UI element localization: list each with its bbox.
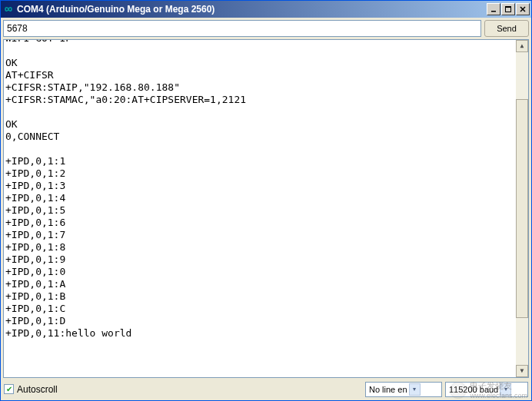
- arduino-infinity-icon: [2, 3, 15, 15]
- serial-input[interactable]: [3, 20, 481, 37]
- send-button[interactable]: Send: [484, 20, 529, 37]
- vertical-scrollbar[interactable]: ▲ ▼: [516, 40, 528, 377]
- line-ending-select[interactable]: No line en ▾: [365, 382, 442, 397]
- scroll-down-button[interactable]: ▼: [516, 365, 528, 377]
- footer-row: ✔ Autoscroll No line en ▾ 115200 baud ▾: [3, 378, 529, 398]
- baud-value: 115200 baud: [449, 385, 498, 394]
- scroll-up-button[interactable]: ▲: [516, 40, 528, 52]
- autoscroll-checkbox-wrap[interactable]: ✔ Autoscroll: [4, 384, 58, 395]
- autoscroll-label: Autoscroll: [17, 384, 58, 395]
- autoscroll-checkbox[interactable]: ✔: [4, 384, 14, 394]
- output-text: WIFI GOT IP OK AT+CIFSR +CIFSR:STAIP,"19…: [5, 39, 246, 340]
- line-ending-value: No line en: [369, 385, 407, 394]
- serial-monitor-window: COM4 (Arduino/Genuino Mega or Mega 2560)…: [0, 0, 532, 401]
- svg-rect-2: [506, 7, 511, 8]
- scroll-track[interactable]: [516, 52, 528, 365]
- input-row: Send: [3, 20, 529, 37]
- titlebar: COM4 (Arduino/Genuino Mega or Mega 2560): [1, 1, 531, 18]
- minimize-button[interactable]: [487, 3, 500, 15]
- window-controls: [487, 3, 530, 15]
- baud-select[interactable]: 115200 baud ▾: [445, 382, 528, 397]
- body-area: Send WIFI GOT IP OK AT+CIFSR +CIFSR:STAI…: [1, 18, 531, 400]
- chevron-down-icon: ▾: [500, 383, 511, 396]
- window-title: COM4 (Arduino/Genuino Mega or Mega 2560): [17, 4, 487, 15]
- serial-output[interactable]: WIFI GOT IP OK AT+CIFSR +CIFSR:STAIP,"19…: [3, 39, 529, 378]
- svg-rect-0: [491, 11, 496, 12]
- maximize-button[interactable]: [501, 3, 515, 15]
- close-button[interactable]: [516, 3, 530, 15]
- chevron-down-icon: ▾: [409, 383, 421, 396]
- scroll-thumb[interactable]: [516, 99, 528, 318]
